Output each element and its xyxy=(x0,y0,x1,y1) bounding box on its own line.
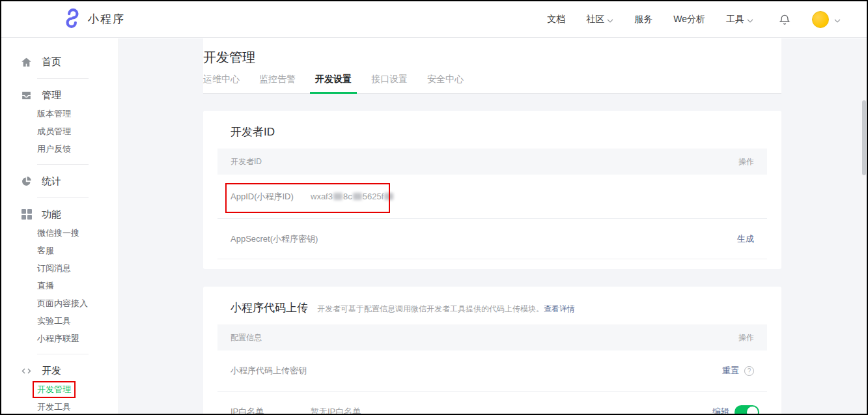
tab-ops-center[interactable]: 运维中心 xyxy=(198,74,245,93)
divider xyxy=(37,164,89,165)
developer-id-card-title: 开发者ID xyxy=(231,124,275,139)
chevron-down-icon xyxy=(834,14,841,25)
sidebar-item-lab-tools[interactable]: 实验工具 xyxy=(1,312,118,330)
developer-id-card: 开发者ID 开发者ID 操作 AppID(小程序ID) wxaf38c5625f… xyxy=(203,111,781,269)
redacted-segment xyxy=(384,193,393,200)
tab-dev-settings[interactable]: 开发设置 xyxy=(310,74,357,93)
divider xyxy=(37,197,89,198)
sidebar-item-version-manage[interactable]: 版本管理 xyxy=(1,105,118,122)
ip-whitelist-toggle[interactable] xyxy=(735,405,759,414)
appsecret-label: AppSecret(小程序密钥) xyxy=(231,233,318,245)
divider xyxy=(37,354,89,354)
ip-whitelist-value: 暂无IP白名单 xyxy=(311,406,361,414)
brand-logo[interactable]: 小程序 xyxy=(63,8,125,31)
sidebar-item-subscribe-message[interactable]: 订阅消息 xyxy=(1,259,118,277)
sidebar-item-dev-manage[interactable]: 开发管理 xyxy=(1,380,118,398)
sidebar-item-member-manage[interactable]: 成员管理 xyxy=(1,122,118,140)
appid-part: 5625f xyxy=(363,192,384,201)
nav-tools[interactable]: 工具 xyxy=(726,14,753,25)
highlight-red-box: 开发管理 xyxy=(33,381,76,398)
code-upload-desc-text: 开发者可基于配置信息调用微信开发者工具提供的代码上传模块。 xyxy=(317,304,544,313)
reset-button[interactable]: 重置 xyxy=(722,365,739,377)
table-row-upload-key: 小程序代码上传密钥 重置 ? xyxy=(217,351,767,392)
sidebar-item-develop[interactable]: 开发 xyxy=(1,361,118,380)
nav-service[interactable]: 服务 xyxy=(634,14,652,25)
nav-docs[interactable]: 文档 xyxy=(547,14,565,25)
sidebar-item-develop-label: 开发 xyxy=(42,365,61,377)
page-title: 开发管理 xyxy=(203,38,781,66)
appid-value: wxaf38c5625f xyxy=(311,192,394,201)
column-header-developer-id: 开发者ID xyxy=(231,156,262,167)
table-row-appid: AppID(小程序ID) wxaf38c5625f xyxy=(217,175,767,219)
page-header: 开发管理 运维中心 监控告警 开发设置 接口设置 安全中心 xyxy=(203,38,781,94)
sidebar-item-page-content[interactable]: 页面内容接入 xyxy=(1,294,118,312)
sidebar-item-features[interactable]: 功能 xyxy=(1,205,118,224)
chevron-down-icon xyxy=(607,14,613,25)
account-menu[interactable] xyxy=(812,11,841,28)
column-header-actions: 操作 xyxy=(738,156,754,167)
app-window: 小程序 文档 社区 服务 We分析 工具 xyxy=(0,0,868,415)
miniprogram-logo-icon xyxy=(63,8,82,31)
ip-whitelist-label: IP白名单 xyxy=(231,406,311,414)
nav-community[interactable]: 社区 xyxy=(586,14,613,25)
redacted-segment xyxy=(333,193,343,200)
sidebar-item-live[interactable]: 直播 xyxy=(1,277,118,294)
table-row-appsecret: AppSecret(小程序密钥) 生成 xyxy=(217,219,767,259)
help-icon[interactable]: ? xyxy=(744,366,754,376)
sidebar-item-home[interactable]: 首页 xyxy=(1,52,118,72)
sidebar-item-stats-label: 统计 xyxy=(42,175,61,188)
tab-api-settings[interactable]: 接口设置 xyxy=(366,74,413,93)
pie-chart-icon xyxy=(21,176,32,187)
main-content: 开发管理 运维中心 监控告警 开发设置 接口设置 安全中心 开发者ID 开发者I… xyxy=(119,38,867,414)
brand-title: 小程序 xyxy=(88,12,125,27)
sidebar-item-dev-tools[interactable]: 开发工具 xyxy=(1,398,118,415)
grid-icon xyxy=(21,209,32,220)
divider xyxy=(37,78,89,79)
appid-part: wxaf3 xyxy=(311,192,333,201)
edit-button[interactable]: 编辑 xyxy=(712,406,729,414)
vertical-scrollbar[interactable] xyxy=(861,38,867,414)
tab-bar: 运维中心 监控告警 开发设置 接口设置 安全中心 xyxy=(198,74,469,93)
sidebar: 首页 管理 版本管理 成员管理 用户反馈 统计 功能 微信搜一搜 客服 xyxy=(1,38,119,414)
upload-key-label: 小程序代码上传密钥 xyxy=(231,365,307,377)
sidebar-item-stats[interactable]: 统计 xyxy=(1,171,118,191)
home-icon xyxy=(21,57,32,68)
chevron-down-icon xyxy=(747,14,753,25)
redacted-segment xyxy=(353,193,362,200)
sidebar-item-manage-label: 管理 xyxy=(42,89,61,102)
column-header-config-info: 配置信息 xyxy=(231,332,262,343)
scrollbar-thumb[interactable] xyxy=(862,100,866,175)
code-upload-table: 配置信息 操作 小程序代码上传密钥 重置 ? IP白名单 暂无IP白名单 编辑 xyxy=(217,324,767,414)
appid-label: AppID(小程序ID) xyxy=(231,191,311,203)
nav-we-analytics[interactable]: We分析 xyxy=(673,14,705,25)
top-header: 小程序 文档 社区 服务 We分析 工具 xyxy=(1,1,867,38)
nav-docs-label: 文档 xyxy=(547,14,565,25)
view-details-link[interactable]: 查看详情 xyxy=(544,304,575,313)
nav-tools-label: 工具 xyxy=(726,14,744,25)
generate-button[interactable]: 生成 xyxy=(737,233,754,245)
top-nav: 文档 社区 服务 We分析 工具 xyxy=(547,11,841,28)
column-header-actions: 操作 xyxy=(738,332,754,343)
sidebar-item-miniprogram-union[interactable]: 小程序联盟 xyxy=(1,330,118,347)
code-upload-card: 小程序代码上传 开发者可基于配置信息调用微信开发者工具提供的代码上传模块。查看详… xyxy=(203,287,781,414)
tab-security-center[interactable]: 安全中心 xyxy=(422,74,469,93)
sidebar-item-wechat-search[interactable]: 微信搜一搜 xyxy=(1,224,118,242)
sidebar-item-customer-service[interactable]: 客服 xyxy=(1,242,118,259)
inbox-icon xyxy=(21,90,32,101)
sidebar-item-dev-manage-label: 开发管理 xyxy=(37,384,71,394)
table-header: 开发者ID 操作 xyxy=(217,149,767,175)
sidebar-item-features-label: 功能 xyxy=(42,208,61,221)
table-header: 配置信息 操作 xyxy=(217,324,767,351)
sidebar-item-manage[interactable]: 管理 xyxy=(1,85,118,105)
nav-community-label: 社区 xyxy=(586,14,604,25)
sidebar-item-user-feedback[interactable]: 用户反馈 xyxy=(1,140,118,158)
toggle-knob xyxy=(747,407,758,414)
table-row-ip-whitelist: IP白名单 暂无IP白名单 编辑 xyxy=(217,392,767,414)
notification-bell-icon[interactable] xyxy=(778,13,791,26)
appid-part: 8c xyxy=(343,192,352,201)
user-avatar xyxy=(812,11,829,28)
code-upload-card-title: 小程序代码上传 xyxy=(231,300,308,315)
tab-monitor-alert[interactable]: 监控告警 xyxy=(254,74,301,93)
sidebar-item-home-label: 首页 xyxy=(42,56,61,68)
developer-id-table: 开发者ID 操作 AppID(小程序ID) wxaf38c5625f AppSe… xyxy=(217,149,767,259)
